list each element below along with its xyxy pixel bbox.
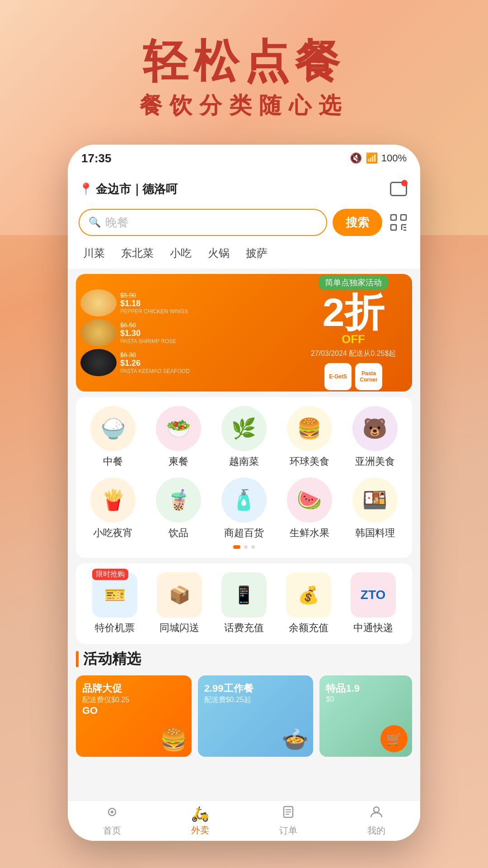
orders-label: 订单 (279, 825, 297, 837)
food-cat-vietnam[interactable]: 🌿 越南菜 (216, 406, 272, 468)
global-label: 环球美食 (290, 455, 329, 468)
jiancan-label: 柬餐 (169, 455, 188, 468)
food-cat-market[interactable]: 🧴 商超百货 (216, 477, 272, 540)
waimai-label: 外卖 (191, 824, 209, 836)
category-tag[interactable]: 火锅 (203, 244, 234, 262)
banner-price-old-3: $6.30 (120, 351, 190, 359)
category-tag[interactable]: 东北菜 (117, 244, 158, 262)
food-cat-drinks[interactable]: 🧋 饮品 (150, 477, 207, 540)
market-icon: 🧴 (221, 477, 267, 523)
service-balance[interactable]: 💰 余额充值 (278, 572, 338, 635)
service-tickets[interactable]: 🎫 限时抢购 特价机票 (85, 572, 145, 635)
wifi-icon: 📶 (366, 152, 378, 164)
section-line (76, 651, 79, 667)
food-cat-fresh[interactable]: 🍉 生鲜水果 (281, 477, 338, 540)
banner-tag: 简单点独家活动 (319, 275, 388, 290)
korean-icon: 🍱 (352, 477, 398, 523)
promo-card-brand[interactable]: 品牌大促 配送费仅$0.25 GO 🍔 (76, 675, 192, 757)
status-time: 17:35 (81, 151, 112, 165)
food-cat-snack[interactable]: 🍟 小吃夜宵 (85, 477, 141, 540)
tickets-label: 特价机票 (95, 621, 135, 635)
promo-card-special[interactable]: 特品1.9 $0 🛒 (319, 675, 412, 757)
promo-brand-text: 品牌大促 配送费仅$0.25 GO (82, 682, 129, 717)
message-badge (401, 180, 408, 186)
svg-point-13 (374, 807, 379, 812)
zt-icon: ZTO (361, 588, 385, 602)
nav-home[interactable]: 首页 (68, 805, 156, 837)
promo-lunch-emoji: 🍲 (282, 727, 309, 752)
promo-brand-sublabel: 配送费仅$0.25 (82, 695, 129, 705)
app-content[interactable]: 📍 金边市｜德洛呵 🔍 晚餐 搜索 (68, 172, 420, 800)
tickets-badge: 限时抢购 (92, 569, 128, 580)
banner-off: OFF (342, 332, 365, 346)
svg-rect-1 (401, 215, 406, 220)
service-delivery[interactable]: 📦 同城闪送 (150, 572, 210, 635)
message-button[interactable] (388, 178, 409, 200)
orders-icon (281, 805, 296, 823)
market-label: 商超百货 (224, 526, 264, 540)
nav-orders[interactable]: 订单 (244, 805, 332, 837)
category-tag[interactable]: 披萨 (241, 244, 272, 262)
hero-title: 轻松点餐 (0, 36, 488, 86)
food-cat-asian[interactable]: 🐻 亚洲美食 (347, 406, 403, 468)
home-label: 首页 (103, 825, 121, 837)
category-tag[interactable]: 川菜 (79, 244, 109, 262)
banner-price-new-3: $1.26 (120, 359, 190, 368)
location-text: 金边市｜德洛呵 (96, 181, 178, 197)
balance-icon-box: 💰 (286, 572, 331, 618)
hero-section: 轻松点餐 餐饮分类随心选 (0, 0, 488, 121)
banner-food-name-2: PASTA SHRIMP ROSE (120, 338, 176, 344)
zt-icon-box: ZTO (351, 572, 396, 618)
banner-price-old-2: $6.50 (120, 321, 176, 329)
profile-icon (369, 805, 384, 823)
vietnam-label: 越南菜 (229, 455, 259, 468)
grid-dots (85, 545, 403, 549)
battery-icon: 100% (381, 152, 407, 164)
promo-lunch-sublabel: 配送费$0.25起 (204, 695, 253, 705)
food-cat-korean[interactable]: 🍱 韩国料理 (347, 477, 403, 540)
banner-price-new-2: $1.30 (120, 329, 176, 338)
food-grid: 🍚 中餐 🥗 柬餐 🌿 越南菜 🍔 环球美食 🐻 亚洲美食 (85, 406, 403, 540)
waimai-icon: 🛵 (191, 805, 209, 822)
status-bar: 17:35 🔇 📶 100% (68, 145, 420, 172)
drinks-label: 饮品 (169, 526, 188, 540)
promo-brand-cta: GO (82, 705, 129, 717)
promo-card-lunch[interactable]: 2.99工作餐 配送费$0.25起 🍲 (198, 675, 314, 757)
jiancan-icon: 🥗 (156, 406, 201, 451)
balance-icon: 💰 (298, 585, 319, 605)
svg-rect-2 (391, 225, 396, 230)
banner-discount: 2折 (323, 292, 385, 332)
promo-special-sublabel: $0 (326, 695, 360, 703)
promo-brand-emoji: 🍔 (160, 727, 187, 752)
svg-rect-0 (391, 215, 396, 220)
service-phone[interactable]: 📱 话费充值 (214, 572, 274, 635)
promo-cards: 品牌大促 配送费仅$0.25 GO 🍔 2.99工作餐 配送费$0.25起 🍲 (76, 675, 412, 757)
promo-special-label: 特品1.9 (326, 682, 360, 695)
fresh-label: 生鲜水果 (290, 526, 329, 540)
search-box[interactable]: 🔍 晚餐 (79, 209, 327, 236)
scan-icon[interactable] (388, 212, 409, 233)
section-header: 活动精选 (76, 649, 412, 669)
location-area[interactable]: 📍 金边市｜德洛呵 (79, 181, 178, 197)
nav-waimai[interactable]: 🛵 外卖 (156, 805, 244, 836)
phone-frame: 17:35 🔇 📶 100% 📍 金边市｜德洛呵 🔍 晚餐 搜索 (68, 145, 420, 841)
promo-special-text: 特品1.9 $0 (326, 682, 360, 703)
food-cat-jiancan[interactable]: 🥗 柬餐 (150, 406, 207, 468)
brand-logo-egets: E-GetS (324, 363, 352, 390)
delivery-label: 同城闪送 (160, 621, 199, 635)
banner-area[interactable]: $5.90 $1.18 PEPPER CHICKEN WINGS $6.50 $… (76, 274, 412, 392)
asian-label: 亚洲美食 (355, 455, 395, 468)
dot-1 (244, 545, 248, 549)
food-cat-global[interactable]: 🍔 环球美食 (281, 406, 338, 468)
search-button[interactable]: 搜索 (333, 209, 382, 236)
fresh-icon: 🍉 (287, 477, 332, 523)
snack-label: 小吃夜宵 (93, 526, 133, 540)
mute-icon: 🔇 (350, 152, 362, 164)
brand-logo-pasta: Pasta Corner (355, 363, 382, 390)
food-cat-zhongcan[interactable]: 🍚 中餐 (85, 406, 141, 468)
category-tag[interactable]: 小吃 (165, 244, 196, 262)
delivery-icon: 📦 (169, 585, 190, 605)
service-zt[interactable]: ZTO 中通快递 (343, 572, 403, 635)
search-placeholder: 晚餐 (105, 215, 129, 231)
nav-profile[interactable]: 我的 (332, 805, 420, 837)
